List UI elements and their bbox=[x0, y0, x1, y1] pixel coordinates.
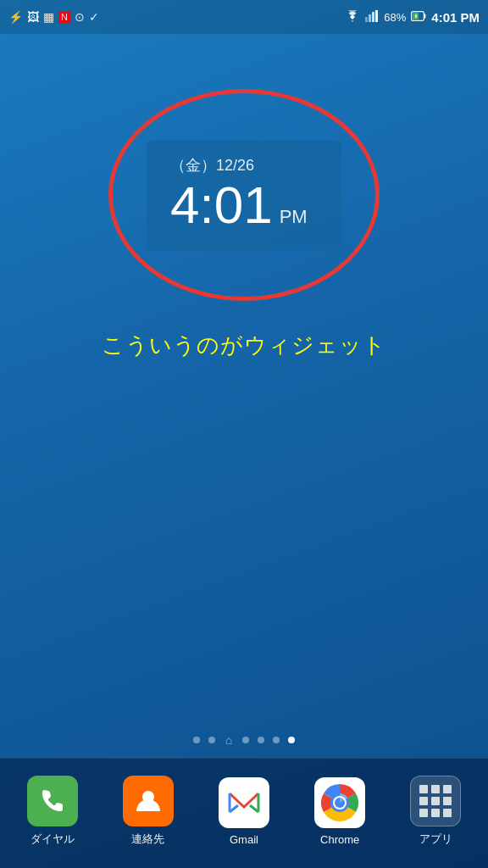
home-screen: （金）12/26 4:01 PM こういうのがウィジェット bbox=[0, 34, 488, 758]
check-icon: ✓ bbox=[89, 10, 99, 24]
apps-dot bbox=[431, 797, 440, 805]
record-icon: ⊙ bbox=[75, 10, 85, 24]
page-dot-4[interactable] bbox=[242, 737, 249, 743]
apps-dot bbox=[431, 785, 440, 793]
battery-icon bbox=[411, 11, 426, 24]
svg-rect-0 bbox=[365, 17, 368, 22]
clock-time-value: 4:01 bbox=[170, 179, 273, 231]
page-indicators: ⌂ bbox=[0, 735, 488, 745]
apps-dot bbox=[419, 809, 428, 817]
contacts-label: 連絡先 bbox=[131, 832, 164, 847]
page-dot-7[interactable] bbox=[288, 737, 295, 743]
status-bar-right: 68% 4:01 PM bbox=[345, 10, 480, 25]
dock-item-gmail[interactable]: Gmail bbox=[206, 777, 282, 846]
bottom-dock: ダイヤル 連絡先 Gmail bbox=[0, 758, 488, 868]
clock-widget[interactable]: （金）12/26 4:01 PM bbox=[147, 140, 341, 250]
gmail-label: Gmail bbox=[230, 833, 258, 846]
page-dot-6[interactable] bbox=[273, 737, 280, 743]
apps-dot bbox=[419, 785, 428, 793]
chrome-icon-container bbox=[314, 777, 365, 828]
clock-ampm: PM bbox=[280, 208, 308, 226]
status-bar: ⚡ 🖼 ▦ N ⊙ ✓ 68% bbox=[0, 0, 488, 34]
page-dot-home[interactable]: ⌂ bbox=[224, 735, 234, 745]
apps-dot bbox=[431, 809, 440, 817]
widget-description-label: こういうのがウィジェット bbox=[102, 331, 386, 360]
apps-label: アプリ bbox=[419, 832, 452, 847]
phone-label: ダイヤル bbox=[30, 832, 75, 847]
svg-rect-11 bbox=[228, 790, 260, 815]
dock-item-chrome[interactable]: Chrome bbox=[302, 777, 378, 846]
svg-rect-1 bbox=[369, 14, 371, 22]
phone-icon-container bbox=[27, 776, 78, 826]
wifi-icon bbox=[345, 10, 360, 25]
news-icon: N bbox=[58, 11, 70, 23]
dock-item-contacts[interactable]: 連絡先 bbox=[110, 776, 186, 847]
apps-dot bbox=[419, 797, 428, 805]
svg-rect-2 bbox=[372, 12, 374, 22]
chrome-label: Chrome bbox=[320, 833, 359, 846]
apps-grid bbox=[413, 778, 458, 824]
svg-rect-3 bbox=[375, 10, 378, 22]
apps-dot bbox=[443, 797, 452, 805]
page-dot-1[interactable] bbox=[193, 737, 200, 743]
battery-percent: 68% bbox=[384, 11, 406, 24]
contacts-icon-container bbox=[123, 776, 174, 826]
sim-icon: ▦ bbox=[43, 10, 54, 24]
photo-icon: 🖼 bbox=[27, 10, 39, 24]
dock-item-apps[interactable]: アプリ bbox=[397, 776, 474, 847]
usb-icon: ⚡ bbox=[8, 10, 23, 24]
time-display: 4:01 PM bbox=[431, 10, 480, 25]
signal-icon bbox=[365, 10, 379, 25]
apps-icon-container bbox=[410, 776, 461, 826]
apps-dot bbox=[443, 785, 452, 793]
dock-item-phone[interactable]: ダイヤル bbox=[14, 776, 91, 847]
page-dot-5[interactable] bbox=[258, 737, 264, 743]
page-dot-2[interactable] bbox=[208, 737, 215, 743]
svg-rect-5 bbox=[424, 14, 426, 18]
gmail-icon-container bbox=[219, 777, 269, 828]
status-bar-left: ⚡ 🖼 ▦ N ⊙ ✓ bbox=[8, 10, 99, 24]
clock-date: （金）12/26 bbox=[170, 155, 318, 175]
widget-annotation: （金）12/26 4:01 PM bbox=[104, 85, 384, 305]
clock-time: 4:01 PM bbox=[170, 179, 318, 231]
apps-dot bbox=[443, 809, 452, 817]
